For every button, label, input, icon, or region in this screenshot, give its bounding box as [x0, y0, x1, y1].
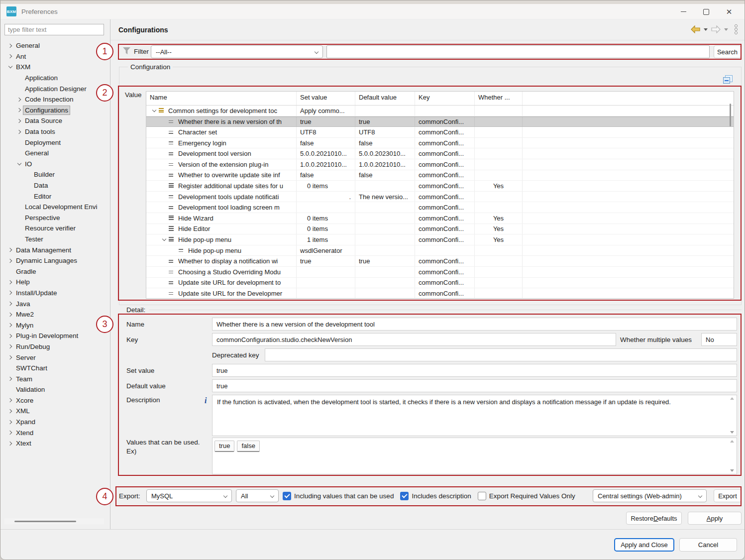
- table-row[interactable]: Development tools update notificati.The …: [146, 192, 734, 203]
- sidebar-item-help[interactable]: Help: [1, 277, 109, 288]
- sidebar-filter-input[interactable]: [4, 24, 104, 35]
- chevron-right-icon[interactable]: [7, 280, 11, 284]
- sidebar-item-gradle[interactable]: Gradle: [1, 266, 109, 277]
- close-button[interactable]: ✕: [718, 4, 741, 19]
- chevron-right-icon[interactable]: [7, 302, 11, 306]
- chevron-right-icon[interactable]: [7, 44, 11, 48]
- export-checkbox-including-values-that-can-be-used[interactable]: Including values that can be used: [283, 492, 394, 500]
- chevron-right-icon[interactable]: [7, 398, 11, 402]
- forward-icon[interactable]: [711, 25, 721, 33]
- table-row[interactable]: Register additional update sites for u0 …: [146, 181, 734, 192]
- sidebar-item-tester[interactable]: Tester: [1, 234, 109, 245]
- sidebar-item-data-source[interactable]: Data Source: [1, 115, 109, 126]
- detail-deprecated-field[interactable]: [265, 348, 737, 361]
- chevron-right-icon[interactable]: [7, 344, 11, 348]
- sidebar-item-configurations[interactable]: Configurations: [1, 105, 109, 116]
- scroll-down-icon[interactable]: [730, 431, 734, 434]
- chevron-right-icon[interactable]: [7, 258, 11, 262]
- table-row[interactable]: Whether there is a new version of thtrue…: [146, 116, 734, 127]
- titlebar[interactable]: BXM Preferences ✕: [0, 4, 745, 19]
- sidebar-item-plug-in-development[interactable]: Plug-in Development: [1, 331, 109, 341]
- table-row[interactable]: Update site URL for development tocommon…: [146, 278, 734, 289]
- table-row[interactable]: Hide Wizard0 itemscommonConfi...Yes: [146, 213, 734, 224]
- sidebar-item-data-management[interactable]: Data Management: [1, 244, 109, 255]
- chevron-right-icon[interactable]: [16, 129, 20, 133]
- chevron-right-icon[interactable]: [7, 54, 11, 58]
- chevron-down-icon[interactable]: [162, 237, 166, 241]
- column-header-name[interactable]: Name: [146, 92, 297, 105]
- scroll-down-icon[interactable]: [730, 469, 734, 472]
- sidebar-item-team[interactable]: Team: [1, 373, 109, 384]
- export-db-dropdown[interactable]: MySQL: [146, 489, 232, 502]
- table-row[interactable]: Version of the extension plug-in1.0.0.20…: [146, 159, 734, 170]
- chevron-right-icon[interactable]: [7, 420, 11, 424]
- sidebar-item-xtend[interactable]: Xtend: [1, 427, 109, 438]
- table-row[interactable]: Hide pop-up menuwsdlGenerator: [146, 245, 734, 256]
- detail-multi-field[interactable]: No: [701, 333, 737, 346]
- sidebar-item-application[interactable]: Application: [1, 73, 109, 84]
- sidebar-item-editor[interactable]: Editor: [1, 191, 109, 202]
- search-button[interactable]: Search: [714, 45, 741, 58]
- table-row[interactable]: Whether to display a notification witrue…: [146, 256, 734, 267]
- chevron-down-icon[interactable]: [152, 108, 156, 112]
- scroll-up-icon[interactable]: [730, 440, 734, 443]
- table-row[interactable]: Development tool loading screen mcommonC…: [146, 202, 734, 213]
- chevron-right-icon[interactable]: [16, 119, 20, 123]
- table-row[interactable]: Development tool version5.0.0.2021010...…: [146, 148, 734, 159]
- chevron-right-icon[interactable]: [7, 323, 11, 327]
- column-header-default-value[interactable]: Default value: [355, 92, 415, 105]
- sidebar-item-server[interactable]: Server: [1, 352, 109, 363]
- cancel-button[interactable]: Cancel: [679, 538, 737, 552]
- detail-default-value-field[interactable]: true: [212, 379, 737, 392]
- export-target-dropdown[interactable]: Central settings (Web-admin): [593, 489, 707, 502]
- search-input[interactable]: [326, 45, 710, 58]
- value-chip-false[interactable]: false: [237, 441, 259, 452]
- sidebar-item-swtchart[interactable]: SWTChart: [1, 363, 109, 374]
- sidebar-item-java[interactable]: Java: [1, 298, 109, 309]
- chevron-right-icon[interactable]: [7, 442, 11, 446]
- chevron-right-icon[interactable]: [7, 312, 11, 316]
- table-row[interactable]: Common settings for development tocApply…: [146, 106, 734, 116]
- sidebar-item-xtext[interactable]: Xtext: [1, 438, 109, 449]
- chevron-down-icon[interactable]: [17, 161, 21, 165]
- sidebar-scrollbar-thumb[interactable]: [14, 521, 76, 522]
- sidebar-item-code-inspection[interactable]: Code Inspection: [1, 94, 109, 105]
- filter-dropdown[interactable]: --All--: [151, 45, 323, 58]
- apply-and-close-button[interactable]: Apply and Close: [614, 538, 674, 552]
- chevron-right-icon[interactable]: [7, 431, 11, 435]
- chevron-right-icon[interactable]: [16, 98, 20, 102]
- sidebar-item-perspective[interactable]: Perspective: [1, 213, 109, 224]
- table-row[interactable]: Whether to overwrite update site inffals…: [146, 170, 734, 181]
- sidebar-item-validation[interactable]: Validation: [1, 384, 109, 395]
- chevron-right-icon[interactable]: [7, 291, 11, 295]
- detail-description-field[interactable]: If the function is activated, when the d…: [212, 395, 737, 436]
- column-header-key[interactable]: Key: [415, 92, 475, 105]
- sidebar-item-general[interactable]: General: [1, 148, 109, 159]
- sidebar-item-data[interactable]: Data: [1, 180, 109, 191]
- sidebar-horizontal-scrollbar[interactable]: [4, 518, 104, 524]
- sidebar-item-local-development-envi[interactable]: Local Development Envi: [1, 202, 109, 213]
- table-row[interactable]: Update site URL for the Developmercommon…: [146, 288, 734, 299]
- table-row[interactable]: Hide Editor0 itemscommonConfi...Yes: [146, 224, 734, 235]
- sidebar-item-deployment[interactable]: Deployment: [1, 137, 109, 148]
- checkbox-checked-icon[interactable]: [283, 492, 291, 500]
- table-row[interactable]: Emergency loginfalsefalsecommonConfi...: [146, 138, 734, 149]
- view-menu-icon[interactable]: [735, 24, 738, 34]
- column-header-set-value[interactable]: Set value: [297, 92, 355, 105]
- back-icon[interactable]: [691, 25, 700, 33]
- apply-button[interactable]: Apply: [688, 512, 742, 525]
- chevron-right-icon[interactable]: [7, 377, 11, 381]
- sidebar-item-builder[interactable]: Builder: [1, 169, 109, 180]
- detail-name-field[interactable]: Whether there is a new version of the de…: [212, 318, 737, 331]
- collapse-section-icon[interactable]: [723, 75, 733, 84]
- table-row[interactable]: Hide pop-up menu1 itemscommonConfi...Yes: [146, 234, 734, 245]
- sidebar-item-ant[interactable]: Ant: [1, 51, 109, 62]
- sidebar-item-data-tools[interactable]: Data tools: [1, 126, 109, 137]
- chevron-right-icon[interactable]: [7, 334, 11, 338]
- sidebar-item-xcore[interactable]: Xcore: [1, 395, 109, 406]
- sidebar-item-dynamic-languages[interactable]: Dynamic Languages: [1, 255, 109, 266]
- column-header-whether[interactable]: Whether ...: [475, 92, 523, 105]
- sidebar-item-mwe2[interactable]: Mwe2: [1, 309, 109, 320]
- sidebar-item-install-update[interactable]: Install/Update: [1, 288, 109, 299]
- chevron-right-icon[interactable]: [16, 108, 20, 112]
